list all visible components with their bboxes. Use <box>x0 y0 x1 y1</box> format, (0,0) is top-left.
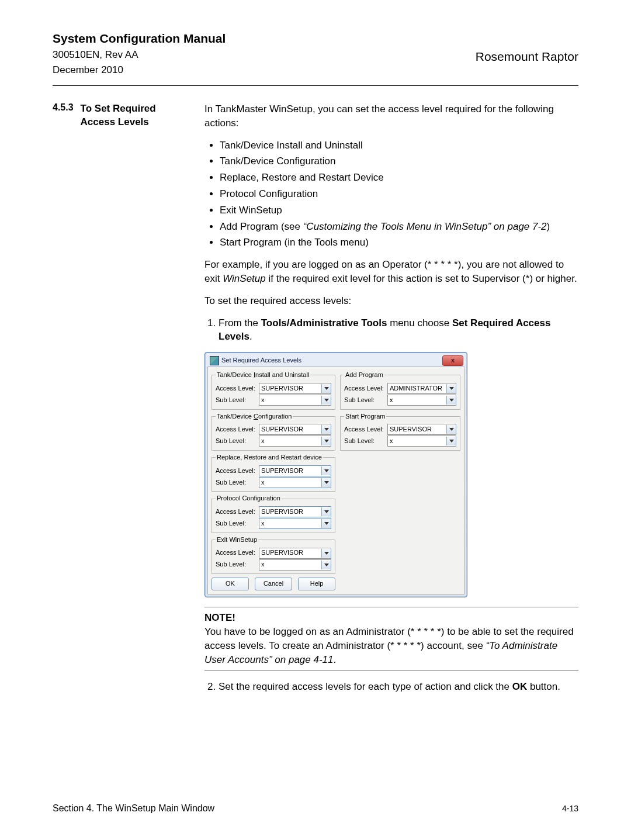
dialog-title-text: Set Required Access Levels <box>221 356 301 365</box>
section-heading: 4.5.3 To Set Required Access Levels <box>53 102 193 129</box>
to-set-text: To set the required access levels: <box>204 294 578 308</box>
access-level-dropdown[interactable]: SUPERVISOR <box>259 424 331 435</box>
note-box: NOTE! You have to be logged on as an Adm… <box>204 607 578 670</box>
sub-level-dropdown[interactable]: x <box>387 435 456 447</box>
access-level-dropdown[interactable]: SUPERVISOR <box>259 548 331 559</box>
step-1: From the Tools/Administrative Tools menu… <box>219 316 578 344</box>
chevron-down-icon <box>321 425 331 434</box>
ok-button[interactable]: OK <box>212 578 249 590</box>
manual-title: System Configuration Manual <box>53 32 578 46</box>
cancel-button[interactable]: Cancel <box>255 578 292 590</box>
doc-date: December 2010 <box>53 64 578 76</box>
footer-section-text: Section 4. The WinSetup Main Window <box>53 803 214 814</box>
chevron-down-icon <box>446 437 456 445</box>
access-level-dropdown[interactable]: SUPERVISOR <box>259 465 331 476</box>
chevron-down-icon <box>321 437 331 445</box>
chevron-down-icon <box>321 561 331 569</box>
section-title: To Set Required Access Levels <box>81 102 193 129</box>
chevron-down-icon <box>321 549 331 558</box>
sub-level-dropdown[interactable]: x <box>259 395 331 406</box>
label-access-level: Access Level: <box>216 384 256 393</box>
chevron-down-icon <box>321 519 331 528</box>
group-add-program: Add Program Access Level: ADMINISTRATOR … <box>340 371 460 409</box>
window-icon <box>210 356 219 365</box>
access-level-dropdown[interactable]: ADMINISTRATOR <box>387 383 456 394</box>
page-footer: Section 4. The WinSetup Main Window 4-13 <box>53 803 578 814</box>
dialog-set-required-access-levels: Set Required Access Levels x Tank/Device… <box>204 352 578 597</box>
close-button[interactable]: x <box>442 355 463 366</box>
chevron-down-icon <box>321 478 331 487</box>
dialog-button-bar: OK Cancel Help <box>212 578 335 590</box>
list-item: Exit WinSetup <box>220 203 578 217</box>
access-level-dropdown[interactable]: SUPERVISOR <box>259 506 331 517</box>
step-list: From the Tools/Administrative Tools menu… <box>204 316 578 344</box>
section-number: 4.5.3 <box>53 102 74 129</box>
chevron-down-icon <box>446 396 456 405</box>
list-item: Replace, Restore and Restart Device <box>220 171 578 185</box>
page-number: 4-13 <box>562 804 578 813</box>
note-body: You have to be logged on as an Administr… <box>204 625 578 666</box>
list-item: Add Program (see “Customizing the Tools … <box>220 220 578 234</box>
group-replace-restore-restart: Replace, Restore and Restart device Acce… <box>212 453 335 492</box>
group-protocol-config: Protocol Configuration Access Level: SUP… <box>212 494 335 533</box>
section-body: In TankMaster WinSetup, you can set the … <box>204 102 578 702</box>
example-text: For example, if you are logged on as an … <box>204 258 578 286</box>
step-2: Set the required access levels for each … <box>219 680 578 694</box>
chevron-down-icon <box>321 466 331 475</box>
chevron-down-icon <box>446 384 456 393</box>
dialog-titlebar: Set Required Access Levels x <box>207 355 464 367</box>
group-start-program: Start Program Access Level: SUPERVISOR S… <box>340 412 460 451</box>
sub-level-dropdown[interactable]: x <box>259 435 331 447</box>
group-install-uninstall: Tank/Device Install and Uninstall Access… <box>212 371 335 409</box>
chevron-down-icon <box>321 396 331 405</box>
chevron-down-icon <box>321 507 331 516</box>
label-sub-level: Sub Level: <box>216 396 256 405</box>
group-configuration: Tank/Device Configuration Access Level: … <box>212 412 335 451</box>
action-list: Tank/Device Install and Uninstall Tank/D… <box>204 139 578 250</box>
note-title: NOTE! <box>204 611 578 625</box>
step-list-continued: Set the required access levels for each … <box>204 680 578 694</box>
chevron-down-icon <box>446 425 456 434</box>
list-item: Start Program (in the Tools menu) <box>220 236 578 250</box>
header-divider <box>53 85 578 86</box>
chevron-down-icon <box>321 384 331 393</box>
sub-level-dropdown[interactable]: x <box>259 477 331 488</box>
sub-level-dropdown[interactable]: x <box>259 559 331 571</box>
list-item: Tank/Device Configuration <box>220 154 578 168</box>
product-name: Rosemount Raptor <box>476 50 578 64</box>
intro-text: In TankMaster WinSetup, you can set the … <box>204 102 578 130</box>
sub-level-dropdown[interactable]: x <box>387 395 456 406</box>
page-header: System Configuration Manual 300510EN, Re… <box>53 32 578 86</box>
group-exit-winsetup: Exit WinSetup Access Level: SUPERVISOR S… <box>212 535 335 574</box>
access-level-dropdown[interactable]: SUPERVISOR <box>259 383 331 394</box>
help-button[interactable]: Help <box>298 578 335 590</box>
list-item: Protocol Configuration <box>220 187 578 201</box>
list-item: Tank/Device Install and Uninstall <box>220 139 578 153</box>
sub-level-dropdown[interactable]: x <box>259 518 331 529</box>
access-level-dropdown[interactable]: SUPERVISOR <box>387 424 456 435</box>
